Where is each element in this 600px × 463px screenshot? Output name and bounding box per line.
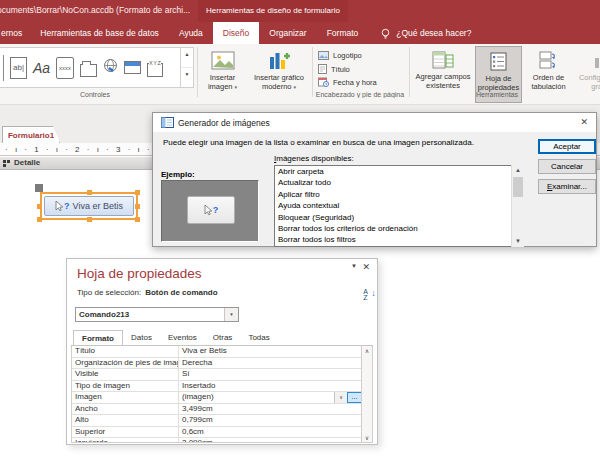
web-browser-control-icon[interactable] <box>124 61 141 74</box>
property-label[interactable]: Ancho <box>72 404 179 415</box>
resize-handle-left[interactable] <box>37 204 42 209</box>
browse-button[interactable]: Examinar... <box>538 179 596 194</box>
property-row[interactable]: Superior 0,6cm <box>72 427 362 439</box>
dropdown-icon: ▾ <box>235 84 238 90</box>
resize-handle-bottom-right[interactable] <box>135 217 140 222</box>
list-item[interactable]: Actualizar todo <box>275 177 510 188</box>
list-item[interactable]: Abrir carpeta <box>275 166 510 177</box>
combobox-dropdown-icon[interactable]: ▾ <box>224 308 238 321</box>
resize-handle-bottom[interactable] <box>87 217 92 222</box>
accept-button[interactable]: Aceptar <box>538 139 596 154</box>
property-label[interactable]: Alto <box>72 415 179 426</box>
property-value[interactable]: (imagen) ∨ ... <box>179 392 362 403</box>
scrollbar-thumb[interactable] <box>513 177 523 197</box>
controls-gallery: ab| Aa xxxx XYZ ▲ ▼ <box>0 47 194 88</box>
property-value[interactable]: Viva er Betis <box>179 346 362 357</box>
list-item[interactable]: Bloquear (Seguridad) <box>275 212 510 223</box>
panel-collapse-icon[interactable]: ▼ <box>351 263 357 269</box>
hyperlink-control-icon[interactable] <box>103 58 118 77</box>
logo-button[interactable]: Logotipo <box>318 51 362 60</box>
property-row[interactable]: Izquierda 2,099cm <box>72 438 362 443</box>
scroll-down-icon[interactable]: ▼ <box>512 236 524 247</box>
command-button-viva-er-betis[interactable]: ? Viva er Betis <box>44 196 134 216</box>
available-images-listbox[interactable]: Abrir carpetaActualizar todoAplicar filt… <box>274 165 524 247</box>
builder-button[interactable]: ... <box>347 392 362 403</box>
control-move-handle[interactable] <box>35 184 43 192</box>
tab-otras[interactable]: Otras <box>205 330 241 345</box>
property-value[interactable]: 0,799cm <box>179 415 362 426</box>
sort-az-icon[interactable]: A Z ↓ <box>363 289 368 301</box>
tell-me-box[interactable]: ¿Qué desea hacer? <box>372 22 479 44</box>
property-row[interactable]: Ancho 3,499cm <box>72 404 362 416</box>
property-row[interactable]: Organización de pies de imag Derecha <box>72 358 362 370</box>
list-item[interactable]: Ayuda contextual <box>275 200 510 211</box>
example-label: Ejemplo: <box>161 170 195 179</box>
property-label[interactable]: Organización de pies de imag <box>72 358 179 369</box>
tab-formato[interactable]: Formato <box>317 22 369 44</box>
property-row[interactable]: Visible Sí <box>72 369 362 381</box>
scroll-up-icon[interactable]: ∧ <box>362 347 372 354</box>
tab-eventos[interactable]: Eventos <box>160 330 205 345</box>
scroll-down-icon[interactable]: ∨ <box>362 434 372 441</box>
list-item[interactable]: Aplicar filtro <box>275 189 510 200</box>
tab-ayuda[interactable]: Ayuda <box>169 22 213 44</box>
label-control-icon[interactable]: Aa <box>33 60 50 76</box>
property-row[interactable]: Alto 0,799cm <box>72 415 362 427</box>
property-grid-scrollbar[interactable]: ∧ ∨ <box>361 346 373 443</box>
tab-formato[interactable]: Formato <box>73 330 123 345</box>
access-app-window: { "titlebar": { "document_title": "ocume… <box>0 0 600 463</box>
panel-close-icon[interactable]: ✕ <box>362 262 370 272</box>
property-label[interactable]: Tipo de imagen <box>72 381 179 392</box>
property-label[interactable]: Izquierda <box>72 438 179 443</box>
group-control-icon[interactable]: XYZ <box>147 63 163 77</box>
property-row[interactable]: Tipo de imagen Insertado <box>72 381 362 393</box>
resize-handle-top-right[interactable] <box>135 190 140 195</box>
list-item[interactable]: Borrar todos los criterios de ordenación <box>275 223 510 234</box>
date-time-button[interactable]: Fecha y hora <box>318 77 377 87</box>
insert-image-button[interactable]: Insertar imagen ▾ <box>199 46 246 103</box>
value-dropdown-icon[interactable]: ∨ <box>334 392 347 403</box>
tab-datos[interactable]: Datos <box>123 330 160 345</box>
dialog-close-icon[interactable]: ✕ <box>580 117 588 127</box>
gallery-scrollbar[interactable]: ▲ ▼ <box>180 48 193 87</box>
property-value[interactable]: Derecha <box>179 358 362 369</box>
property-label[interactable]: Superior <box>72 427 179 438</box>
gallery-scroll-up-icon[interactable]: ▲ <box>181 48 193 68</box>
resize-handle-bottom-left[interactable] <box>37 217 42 222</box>
tab-organizar[interactable]: Organizar <box>259 22 316 44</box>
tab-herramientas-bd[interactable]: Herramientas de base de datos <box>30 22 169 44</box>
dialog-title-bar[interactable]: Generador de imágenes ✕ <box>153 113 596 132</box>
property-value[interactable]: 3,499cm <box>179 404 362 415</box>
chart-settings-icon <box>593 51 600 70</box>
property-value[interactable]: Insertado <box>179 381 362 392</box>
listbox-scrollbar[interactable]: ▲ ▼ <box>511 165 524 247</box>
object-selector-combobox[interactable]: Comando213 ▾ <box>75 307 239 322</box>
tab-control-icon[interactable] <box>80 64 97 77</box>
cancel-button[interactable]: Cancelar <box>538 159 596 174</box>
list-item[interactable]: Borrar todos los filtros <box>275 234 510 245</box>
select-pointer-icon[interactable] <box>0 55 4 81</box>
list-item[interactable]: Buscar siguiente <box>275 246 510 247</box>
property-sheet-panel: ▼ ✕ Hoja de propiedades Tipo de selecció… <box>66 258 378 445</box>
tab-todas[interactable]: Todas <box>240 330 277 345</box>
insert-modern-chart-button[interactable]: Insertar gráfico moderno ▾ <box>248 46 310 103</box>
button-control-icon[interactable]: xxxx <box>56 57 74 79</box>
form-document-tab[interactable]: Formulario1 <box>2 126 60 143</box>
property-value[interactable]: 0,6cm <box>179 427 362 438</box>
tab-diseno[interactable]: Diseño <box>213 22 259 44</box>
scroll-up-icon[interactable]: ▲ <box>512 165 524 176</box>
title-button[interactable]: Título <box>318 64 350 74</box>
tab-datos-externos[interactable]: ernos <box>0 22 30 44</box>
resize-handle-top[interactable] <box>87 190 92 195</box>
textbox-control-icon[interactable]: ab| <box>10 57 27 79</box>
property-value[interactable]: 2,099cm <box>179 438 362 443</box>
property-row[interactable]: Título Viva er Betis <box>72 346 362 358</box>
property-label[interactable]: Visible <box>72 369 179 380</box>
property-label[interactable]: Título <box>72 346 179 357</box>
property-row[interactable]: Imagen (imagen) ∨ ... <box>72 392 362 404</box>
property-grid[interactable]: Título Viva er Betis Organización de pie… <box>71 346 363 443</box>
property-value[interactable]: Sí <box>179 369 362 380</box>
property-label[interactable]: Imagen <box>72 392 179 403</box>
gallery-more-icon[interactable]: ▼ <box>181 68 193 87</box>
resize-handle-right[interactable] <box>135 204 140 209</box>
